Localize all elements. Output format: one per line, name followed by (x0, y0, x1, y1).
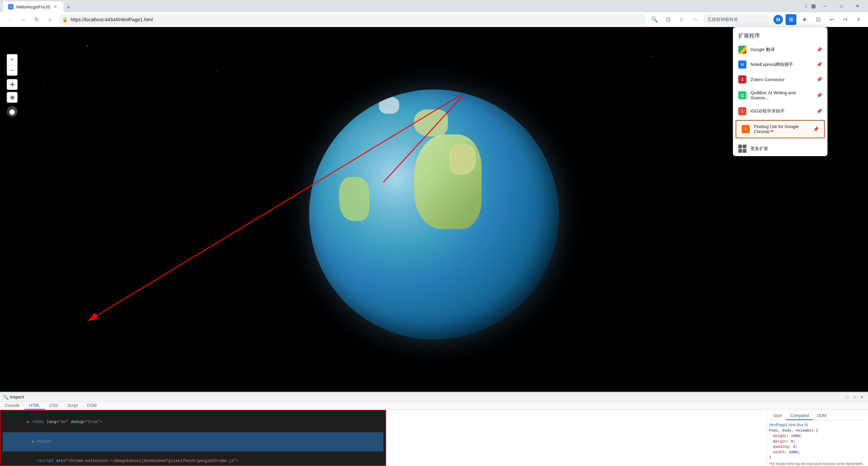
address-bar[interactable]: 🔒 https://localhost:44344/HtmlPage1.html (58, 14, 646, 25)
search-bar[interactable]: 五路财神都有谁 (703, 14, 771, 25)
devtools-tab-script[interactable]: Script (62, 402, 82, 410)
ext-pin-zotero[interactable]: 📌 (816, 77, 822, 82)
extension-puzzle-button[interactable]: ⊡ (813, 14, 823, 25)
ext-pin-quillbot[interactable]: 📌 (816, 93, 822, 98)
devtools-style-panel: Style Computed DOM HtmlPage1.html (line … (767, 410, 868, 466)
ext-item-zotero[interactable]: Z Zotero Connector 📌 (733, 72, 827, 87)
devtools-tab-css[interactable]: CSS (45, 402, 63, 410)
ext-item-noteexpress[interactable]: N NoteExpress网络捕手 📌 (733, 57, 827, 72)
html-collapse-1: ▶ (27, 420, 32, 424)
grid-dot-4 (743, 149, 746, 153)
ext-name-igg: iGG谷歌学术助手 (750, 108, 812, 114)
zoom-in-button[interactable]: + (7, 54, 18, 65)
new-tab-button[interactable]: + (63, 3, 73, 12)
ext-name-quillbot: QuillBot: AI Writing and Gramm... (750, 90, 812, 100)
menu-button[interactable]: ≡ (853, 14, 864, 25)
ext-name-firebug: Firebug Lite for Google Chrome™ (754, 124, 809, 134)
orient-button[interactable]: ⬤ (7, 106, 18, 117)
bookmark-button[interactable]: ☆ (676, 14, 687, 25)
redo-button[interactable]: ↪ (840, 14, 850, 25)
ext-name-google-translate: Google 翻译 (750, 47, 812, 53)
window-controls: 1 ⊞ ─ □ ✕ (802, 1, 865, 11)
maximize-button[interactable]: □ (834, 1, 849, 11)
translate-button[interactable]: ⊡ (663, 14, 673, 25)
minimize-button[interactable]: ─ (817, 1, 833, 11)
navigate-button[interactable]: ✛ (7, 79, 18, 90)
extensions-dropdown: 扩展程序 Google 翻译 📌 N NoteExpress网络捕手 📌 Z (733, 27, 827, 156)
zotero-icon: Z (738, 75, 746, 83)
reload-button[interactable]: ↻ (31, 14, 42, 25)
ext-divider (733, 140, 827, 140)
ext-more-button[interactable]: 更多扩展 (733, 141, 827, 156)
ext-pin-firebug[interactable]: 📌 (813, 126, 819, 132)
igg-icon: i (738, 107, 746, 115)
devtools-maximize-button[interactable]: □ (851, 394, 858, 400)
style-tab-dom[interactable]: DOM (813, 412, 831, 420)
ext-item-quillbot[interactable]: Q QuillBot: AI Writing and Gramm... 📌 (733, 87, 827, 104)
noteexpress-icon: N (738, 60, 746, 69)
google-translate-icon (738, 46, 746, 54)
lock-icon: 🔒 (62, 17, 68, 22)
ext-item-igg[interactable]: i iGG谷歌学术助手 📌 (733, 104, 827, 119)
ext-pin-noteexpress[interactable]: 📌 (816, 62, 822, 67)
search-placeholder: 五路财神都有谁 (707, 17, 738, 23)
browser-window: A HelloArcgisForJS ✕ + 1 ⊞ ─ □ ✕ ← → ↻ ⌂ (0, 0, 868, 466)
ext-pin-google-translate[interactable]: 📌 (816, 47, 822, 52)
globe-wrapper (309, 89, 559, 339)
tab-strip: A HelloArcgisForJS ✕ + (3, 0, 73, 12)
star-1 (87, 45, 88, 46)
ext-item-google-translate[interactable]: Google 翻译 📌 (733, 42, 827, 57)
undo-button[interactable]: ↩ (826, 14, 837, 25)
nav-bar: ← → ↻ ⌂ 🔒 https://localhost:44344/HtmlPa… (0, 12, 868, 27)
extensions-header: 扩展程序 (733, 27, 827, 42)
home-button[interactable]: ⌂ (45, 14, 55, 25)
devtools-header: 🔍 Inspect □ □ ✕ (0, 392, 868, 402)
style-file-link[interactable]: HtmlPage1.html (line 9) (769, 423, 808, 427)
devtools-html-panel[interactable]: ▶ <html lang="en" debug="true"> ▶ <body>… (0, 410, 386, 466)
style-prop-height: height: 100%; (773, 434, 866, 438)
grid-dot-2 (743, 145, 746, 148)
style-properties: height: 100%; margin: 0; padding: 0; wid… (769, 434, 866, 454)
map-controls: + − ✛ ⊕ ⬤ (7, 54, 18, 117)
forward-button[interactable]: → (18, 14, 28, 25)
quillbot-icon: Q (738, 91, 746, 99)
ext-item-firebug[interactable]: F Firebug Lite for Google Chrome™ 📌 (736, 120, 825, 138)
firebug-icon: F (742, 125, 750, 133)
extensions-button[interactable]: ⊞ (786, 14, 796, 25)
style-prop-width: width: 100%; (773, 450, 866, 454)
zoom-out-button[interactable]: − (7, 65, 18, 76)
compass-button[interactable]: ⊕ (7, 92, 18, 103)
style-note: The results here may be inaccurate becau… (769, 462, 866, 466)
profile-button[interactable]: M (773, 15, 783, 24)
devtools-tab-html[interactable]: HTML (24, 402, 45, 410)
ext-more-label: 更多扩展 (750, 146, 822, 152)
devtools-minimize-button[interactable]: □ (844, 394, 850, 400)
style-tab-style[interactable]: Style (769, 412, 786, 420)
more-options-button[interactable]: ⋯ (690, 14, 700, 25)
ext-pin-igg[interactable]: 📌 (816, 108, 822, 114)
extensions-list: Google 翻译 📌 N NoteExpress网络捕手 📌 Z Zotero… (733, 42, 827, 138)
close-button[interactable]: ✕ (850, 1, 865, 11)
arabia-landmass (449, 144, 476, 175)
style-close-brace: } (769, 456, 866, 460)
window-id-badge: 1 (802, 3, 809, 9)
style-tab-computed[interactable]: Computed (786, 412, 813, 420)
grid-dot-3 (738, 149, 742, 153)
ext-name-zotero: Zotero Connector (750, 77, 812, 82)
globe (309, 89, 559, 339)
back-button[interactable]: ← (4, 14, 15, 25)
star-5 (44, 82, 44, 82)
active-tab[interactable]: A HelloArcgisForJS ✕ (3, 1, 63, 12)
tab-close-button[interactable]: ✕ (53, 4, 58, 9)
south-america-landmass (339, 177, 369, 221)
ext-name-noteexpress: NoteExpress网络捕手 (750, 62, 812, 68)
bookmark-star-button[interactable]: ★ (799, 14, 810, 25)
devtools-tab-console[interactable]: Console (0, 402, 24, 410)
devtools-close-button[interactable]: ✕ (859, 394, 865, 400)
search-lens-button[interactable]: 🔍 (649, 14, 660, 25)
grid-dot-1 (738, 145, 742, 148)
tab-title: HelloArcgisForJS (16, 4, 50, 9)
devtools-tab-dom[interactable]: DOM (82, 402, 101, 410)
devtools-inspect-label: Inspect (10, 394, 24, 399)
html-line-body: ▶ <body> (3, 432, 383, 452)
